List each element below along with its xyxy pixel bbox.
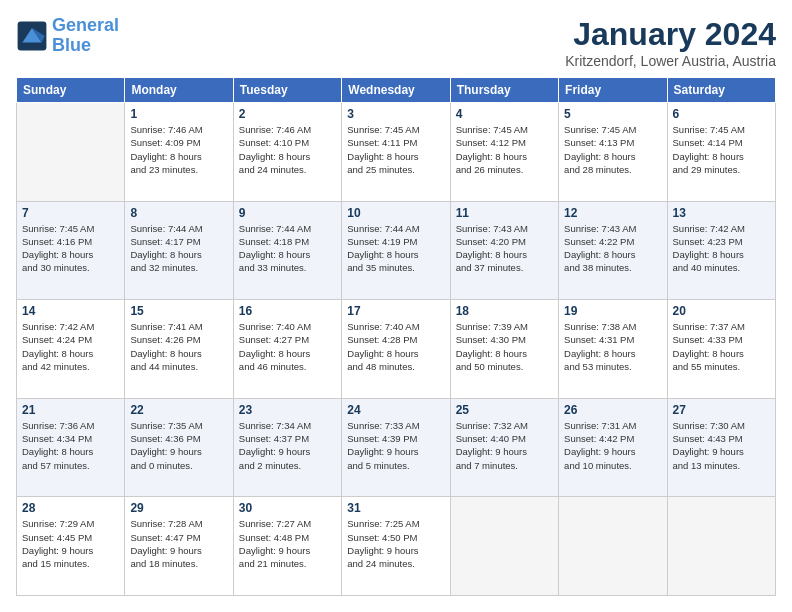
table-row: 2Sunrise: 7:46 AMSunset: 4:10 PMDaylight… (233, 103, 341, 202)
day-number: 29 (130, 501, 227, 515)
table-row: 27Sunrise: 7:30 AMSunset: 4:43 PMDayligh… (667, 398, 775, 497)
col-wednesday: Wednesday (342, 78, 450, 103)
table-row: 14Sunrise: 7:42 AMSunset: 4:24 PMDayligh… (17, 300, 125, 399)
table-row: 12Sunrise: 7:43 AMSunset: 4:22 PMDayligh… (559, 201, 667, 300)
table-row: 1Sunrise: 7:46 AMSunset: 4:09 PMDaylight… (125, 103, 233, 202)
day-info: Sunrise: 7:40 AMSunset: 4:27 PMDaylight:… (239, 320, 336, 373)
day-info: Sunrise: 7:36 AMSunset: 4:34 PMDaylight:… (22, 419, 119, 472)
table-row (17, 103, 125, 202)
day-number: 30 (239, 501, 336, 515)
table-row: 11Sunrise: 7:43 AMSunset: 4:20 PMDayligh… (450, 201, 558, 300)
day-info: Sunrise: 7:30 AMSunset: 4:43 PMDaylight:… (673, 419, 770, 472)
calendar-week-row: 14Sunrise: 7:42 AMSunset: 4:24 PMDayligh… (17, 300, 776, 399)
day-number: 12 (564, 206, 661, 220)
table-row: 23Sunrise: 7:34 AMSunset: 4:37 PMDayligh… (233, 398, 341, 497)
day-info: Sunrise: 7:25 AMSunset: 4:50 PMDaylight:… (347, 517, 444, 570)
table-row: 30Sunrise: 7:27 AMSunset: 4:48 PMDayligh… (233, 497, 341, 596)
calendar-week-row: 21Sunrise: 7:36 AMSunset: 4:34 PMDayligh… (17, 398, 776, 497)
col-saturday: Saturday (667, 78, 775, 103)
day-number: 7 (22, 206, 119, 220)
day-number: 1 (130, 107, 227, 121)
day-info: Sunrise: 7:44 AMSunset: 4:17 PMDaylight:… (130, 222, 227, 275)
day-info: Sunrise: 7:34 AMSunset: 4:37 PMDaylight:… (239, 419, 336, 472)
logo-general: General (52, 15, 119, 35)
table-row: 18Sunrise: 7:39 AMSunset: 4:30 PMDayligh… (450, 300, 558, 399)
day-number: 20 (673, 304, 770, 318)
logo-text: General Blue (52, 16, 119, 56)
day-info: Sunrise: 7:35 AMSunset: 4:36 PMDaylight:… (130, 419, 227, 472)
table-row: 25Sunrise: 7:32 AMSunset: 4:40 PMDayligh… (450, 398, 558, 497)
day-info: Sunrise: 7:37 AMSunset: 4:33 PMDaylight:… (673, 320, 770, 373)
day-info: Sunrise: 7:44 AMSunset: 4:19 PMDaylight:… (347, 222, 444, 275)
day-info: Sunrise: 7:46 AMSunset: 4:10 PMDaylight:… (239, 123, 336, 176)
calendar-header-row: Sunday Monday Tuesday Wednesday Thursday… (17, 78, 776, 103)
day-number: 31 (347, 501, 444, 515)
table-row: 22Sunrise: 7:35 AMSunset: 4:36 PMDayligh… (125, 398, 233, 497)
calendar-table: Sunday Monday Tuesday Wednesday Thursday… (16, 77, 776, 596)
table-row: 15Sunrise: 7:41 AMSunset: 4:26 PMDayligh… (125, 300, 233, 399)
day-number: 17 (347, 304, 444, 318)
col-thursday: Thursday (450, 78, 558, 103)
table-row: 4Sunrise: 7:45 AMSunset: 4:12 PMDaylight… (450, 103, 558, 202)
day-number: 18 (456, 304, 553, 318)
table-row: 24Sunrise: 7:33 AMSunset: 4:39 PMDayligh… (342, 398, 450, 497)
table-row (559, 497, 667, 596)
table-row: 21Sunrise: 7:36 AMSunset: 4:34 PMDayligh… (17, 398, 125, 497)
table-row: 20Sunrise: 7:37 AMSunset: 4:33 PMDayligh… (667, 300, 775, 399)
day-number: 3 (347, 107, 444, 121)
table-row: 13Sunrise: 7:42 AMSunset: 4:23 PMDayligh… (667, 201, 775, 300)
location: Kritzendorf, Lower Austria, Austria (565, 53, 776, 69)
day-info: Sunrise: 7:43 AMSunset: 4:20 PMDaylight:… (456, 222, 553, 275)
table-row: 29Sunrise: 7:28 AMSunset: 4:47 PMDayligh… (125, 497, 233, 596)
day-number: 27 (673, 403, 770, 417)
day-number: 22 (130, 403, 227, 417)
day-number: 26 (564, 403, 661, 417)
day-info: Sunrise: 7:45 AMSunset: 4:16 PMDaylight:… (22, 222, 119, 275)
day-number: 6 (673, 107, 770, 121)
table-row: 16Sunrise: 7:40 AMSunset: 4:27 PMDayligh… (233, 300, 341, 399)
day-number: 4 (456, 107, 553, 121)
table-row: 28Sunrise: 7:29 AMSunset: 4:45 PMDayligh… (17, 497, 125, 596)
day-info: Sunrise: 7:39 AMSunset: 4:30 PMDaylight:… (456, 320, 553, 373)
day-number: 21 (22, 403, 119, 417)
day-info: Sunrise: 7:45 AMSunset: 4:11 PMDaylight:… (347, 123, 444, 176)
title-section: January 2024 Kritzendorf, Lower Austria,… (565, 16, 776, 69)
day-number: 11 (456, 206, 553, 220)
col-tuesday: Tuesday (233, 78, 341, 103)
day-number: 8 (130, 206, 227, 220)
day-info: Sunrise: 7:44 AMSunset: 4:18 PMDaylight:… (239, 222, 336, 275)
header: General Blue January 2024 Kritzendorf, L… (16, 16, 776, 69)
day-info: Sunrise: 7:28 AMSunset: 4:47 PMDaylight:… (130, 517, 227, 570)
day-info: Sunrise: 7:45 AMSunset: 4:13 PMDaylight:… (564, 123, 661, 176)
col-monday: Monday (125, 78, 233, 103)
day-number: 28 (22, 501, 119, 515)
day-number: 23 (239, 403, 336, 417)
page: General Blue January 2024 Kritzendorf, L… (0, 0, 792, 612)
col-friday: Friday (559, 78, 667, 103)
table-row: 19Sunrise: 7:38 AMSunset: 4:31 PMDayligh… (559, 300, 667, 399)
day-number: 9 (239, 206, 336, 220)
col-sunday: Sunday (17, 78, 125, 103)
day-info: Sunrise: 7:45 AMSunset: 4:12 PMDaylight:… (456, 123, 553, 176)
day-info: Sunrise: 7:45 AMSunset: 4:14 PMDaylight:… (673, 123, 770, 176)
day-number: 16 (239, 304, 336, 318)
day-info: Sunrise: 7:33 AMSunset: 4:39 PMDaylight:… (347, 419, 444, 472)
table-row (450, 497, 558, 596)
logo-icon (16, 20, 48, 52)
day-info: Sunrise: 7:46 AMSunset: 4:09 PMDaylight:… (130, 123, 227, 176)
table-row: 17Sunrise: 7:40 AMSunset: 4:28 PMDayligh… (342, 300, 450, 399)
table-row: 9Sunrise: 7:44 AMSunset: 4:18 PMDaylight… (233, 201, 341, 300)
day-info: Sunrise: 7:38 AMSunset: 4:31 PMDaylight:… (564, 320, 661, 373)
day-info: Sunrise: 7:43 AMSunset: 4:22 PMDaylight:… (564, 222, 661, 275)
logo: General Blue (16, 16, 119, 56)
table-row: 31Sunrise: 7:25 AMSunset: 4:50 PMDayligh… (342, 497, 450, 596)
calendar-week-row: 7Sunrise: 7:45 AMSunset: 4:16 PMDaylight… (17, 201, 776, 300)
day-number: 2 (239, 107, 336, 121)
day-number: 10 (347, 206, 444, 220)
calendar-week-row: 28Sunrise: 7:29 AMSunset: 4:45 PMDayligh… (17, 497, 776, 596)
table-row: 3Sunrise: 7:45 AMSunset: 4:11 PMDaylight… (342, 103, 450, 202)
day-info: Sunrise: 7:29 AMSunset: 4:45 PMDaylight:… (22, 517, 119, 570)
day-info: Sunrise: 7:40 AMSunset: 4:28 PMDaylight:… (347, 320, 444, 373)
day-number: 5 (564, 107, 661, 121)
day-info: Sunrise: 7:32 AMSunset: 4:40 PMDaylight:… (456, 419, 553, 472)
